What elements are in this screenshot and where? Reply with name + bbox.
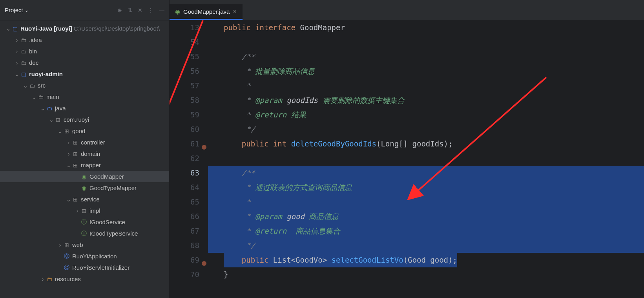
- code-line[interactable]: *: [208, 195, 644, 209]
- tab-bar: ◉ GoodMapper.java ✕: [170, 0, 644, 20]
- tree-item[interactable]: ⒾIGoodTypeService: [0, 228, 169, 239]
- tree-label: good: [72, 128, 85, 134]
- code-line[interactable]: [208, 35, 644, 49]
- chevron-down-icon: [57, 128, 63, 134]
- tree-label: resources: [55, 276, 81, 282]
- tree-item[interactable]: ⒸRuoYiApplication: [0, 250, 169, 262]
- tree-item[interactable]: 🗀resources: [0, 273, 169, 285]
- interface-green-icon: Ⓘ: [80, 219, 88, 226]
- package-icon: ⊞: [80, 208, 88, 214]
- tree-item[interactable]: 🗀.idea: [0, 34, 169, 46]
- chevron-down-icon: [14, 71, 20, 77]
- code-line[interactable]: */: [208, 238, 644, 253]
- line-number: 67: [170, 224, 199, 238]
- tree-item[interactable]: ⒸRuoYiServletInitializer: [0, 262, 169, 273]
- code-line[interactable]: * @param good 商品信息: [208, 209, 644, 224]
- code-line[interactable]: * 通过联表的方式查询商品信息: [208, 180, 644, 195]
- tree-item[interactable]: ⒾIGoodService: [0, 216, 169, 228]
- tree-item[interactable]: 🗀src: [0, 80, 169, 91]
- tree-item[interactable]: ⊞com.ruoyi: [0, 114, 169, 125]
- settings-icon[interactable]: ⋮: [148, 7, 153, 13]
- tree-item[interactable]: 🗀bin: [0, 46, 169, 57]
- code-line[interactable]: * 批量删除商品信息: [208, 64, 644, 79]
- tree-label: src: [38, 82, 46, 89]
- tree-label: impl: [89, 207, 100, 214]
- tab-label: GoodMapper.java: [183, 8, 230, 15]
- interface-icon: ◉: [80, 185, 88, 191]
- chevron-down-icon: [66, 196, 71, 203]
- line-number: 60: [170, 122, 199, 137]
- expand-icon[interactable]: ⇅: [128, 7, 132, 13]
- code-line[interactable]: [208, 151, 644, 166]
- line-number: 65: [170, 195, 199, 209]
- select-opened-icon[interactable]: ⊕: [117, 7, 122, 13]
- tree-item[interactable]: ▢ruoyi-admin: [0, 68, 169, 80]
- chevron-down-icon: [40, 105, 46, 112]
- tree-item[interactable]: ⊞web: [0, 239, 169, 250]
- gutter: 135455565758596061626364656667686970: [170, 20, 208, 298]
- tree-item[interactable]: 🗀main: [0, 91, 169, 102]
- tree-item[interactable]: ⊞mapper: [0, 159, 169, 171]
- code-line[interactable]: *: [208, 79, 644, 93]
- code-line[interactable]: /**: [208, 49, 644, 64]
- gutter-marker-icon[interactable]: [201, 141, 207, 147]
- tree-item[interactable]: ◉GoodMapper: [0, 171, 169, 182]
- line-number: 64: [170, 180, 199, 195]
- sidebar-title[interactable]: Project ⌄: [5, 7, 29, 13]
- chevron-down-icon: ⌄: [25, 7, 29, 13]
- code-line[interactable]: public List<GoodVo> selectGoodListVo(Goo…: [208, 253, 644, 267]
- root-name: RuoYi-Java: [20, 25, 52, 32]
- chevron-down-icon: [66, 162, 71, 168]
- tree-label: mapper: [81, 162, 101, 168]
- tree-label: ruoyi-admin: [29, 71, 63, 77]
- code-line[interactable]: * @param goodIds 需要删除的数据主键集合: [208, 93, 644, 108]
- code-line[interactable]: }: [208, 267, 644, 282]
- gutter-marker-icon[interactable]: [201, 257, 207, 263]
- tree-item[interactable]: 🗀doc: [0, 57, 169, 68]
- chevron-right-icon: [57, 242, 63, 248]
- tree-label: java: [55, 105, 66, 112]
- line-number: 54: [170, 35, 199, 49]
- chevron-down-icon: [23, 82, 28, 89]
- hide-icon[interactable]: —: [159, 7, 164, 13]
- tree-label: IGoodService: [89, 219, 125, 225]
- project-tree: ▢ RuoYi-Java [ruoyi] C:\Users\qcl\Deskto…: [0, 20, 169, 287]
- code-line[interactable]: public int deleteGoodByGoodIds(Long[] go…: [208, 137, 644, 151]
- line-number: 66: [170, 209, 199, 224]
- tree-item[interactable]: ⊞domain: [0, 148, 169, 159]
- code-line[interactable]: * @return 结果: [208, 108, 644, 122]
- folder-icon: 🗀: [20, 37, 27, 43]
- chevron-down-icon: [5, 26, 11, 32]
- folder-icon: 🗀: [20, 60, 27, 66]
- tree-item[interactable]: 🗀java: [0, 102, 169, 114]
- class-icon: Ⓒ: [63, 253, 71, 260]
- tab-goodmapper[interactable]: ◉ GoodMapper.java ✕: [170, 4, 243, 20]
- close-icon[interactable]: ✕: [233, 9, 237, 15]
- code-line[interactable]: /**: [208, 166, 644, 180]
- chevron-right-icon: [40, 276, 46, 282]
- chevron-right-icon: [75, 208, 80, 214]
- code-lines[interactable]: public interface GoodMapper /** * 批量删除商品…: [208, 20, 644, 298]
- line-number: 69: [170, 253, 199, 267]
- chevron-right-icon: [14, 60, 20, 66]
- code-editor[interactable]: 135455565758596061626364656667686970 pub…: [170, 20, 644, 298]
- tree-item[interactable]: ⊞service: [0, 194, 169, 205]
- module-icon: ▢: [20, 71, 27, 77]
- svg-point-1: [202, 261, 206, 266]
- package-icon: ⊞: [63, 128, 71, 134]
- collapse-icon[interactable]: ✕: [138, 7, 142, 13]
- code-line[interactable]: */: [208, 122, 644, 137]
- chevron-right-icon: [14, 37, 20, 43]
- tree-item[interactable]: ◉GoodTypeMapper: [0, 182, 169, 194]
- code-line[interactable]: * @return 商品信息集合: [208, 224, 644, 238]
- package-icon: ⊞: [71, 196, 79, 203]
- code-line[interactable]: public interface GoodMapper: [208, 20, 644, 35]
- tree-item[interactable]: ⊞impl: [0, 205, 169, 216]
- tree-root[interactable]: ▢ RuoYi-Java [ruoyi] C:\Users\qcl\Deskto…: [0, 23, 169, 34]
- folder-icon: 🗀: [20, 48, 27, 55]
- package-icon: ⊞: [71, 139, 79, 146]
- tree-item[interactable]: ⊞controller: [0, 137, 169, 148]
- project-sidebar: Project ⌄ ⊕ ⇅ ✕ ⋮ — ▢ RuoYi-Java [ruoyi]…: [0, 0, 170, 298]
- chevron-down-icon: [49, 117, 54, 123]
- tree-item[interactable]: ⊞good: [0, 125, 169, 137]
